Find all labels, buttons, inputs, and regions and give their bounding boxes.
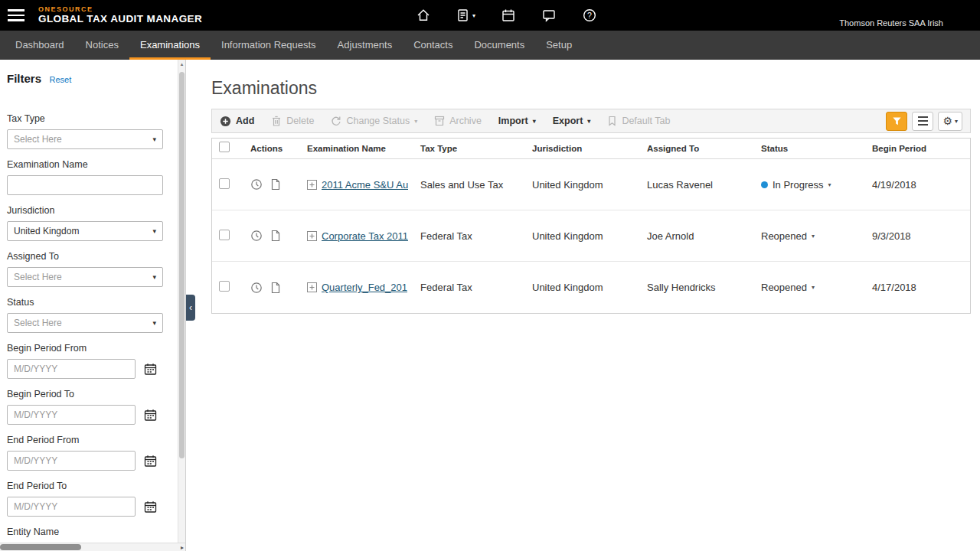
scroll-right-arrow-icon[interactable]: ▸ [181,543,184,551]
status-dropdown[interactable]: Reopened ▾ [755,230,866,242]
sidebar-collapse-handle[interactable]: ‹ [186,295,195,321]
chevron-down-icon: ▾ [152,135,156,143]
row-checkbox[interactable] [219,230,230,240]
settings-button[interactable]: ⚙ ▾ [938,112,962,131]
export-button[interactable]: Export ▾ [553,116,591,126]
chevron-down-icon: ▾ [152,273,156,281]
filters-title: Filters [7,72,41,85]
expand-row-icon[interactable] [307,231,317,241]
user-account-label[interactable]: Thomson Reuters SAA Irish [839,18,943,28]
top-bar: ONESOURCE GLOBAL TAX AUDIT MANAGER ▾ ? T… [0,0,980,31]
nav-item-dashboard[interactable]: Dashboard [5,31,75,60]
toolbar: Add Delete Change Status ▾ Archive Impor… [211,109,971,133]
expand-row-icon[interactable] [307,282,317,292]
expand-row-icon[interactable] [307,180,317,190]
nav-item-notices[interactable]: Notices [75,31,129,60]
examination-link[interactable]: Quarterly_Fed_201 [322,282,407,293]
column-header-jurisdiction[interactable]: Jurisdiction [526,144,641,153]
scroll-up-arrow-icon[interactable]: ▴ [178,60,185,69]
filter-label-assigned-to: Assigned To [7,251,170,262]
column-header-actions[interactable]: Actions [244,144,301,153]
default-tab-button[interactable]: Default Tab [607,116,670,126]
add-button[interactable]: Add [220,116,254,127]
calendar-icon[interactable] [142,406,158,423]
refresh-icon [331,116,341,126]
examination-name-input[interactable] [7,175,163,195]
table-row: Corporate Tax 2011 Federal Tax United Ki… [212,210,970,262]
nav-item-contacts[interactable]: Contacts [403,31,463,60]
chat-icon[interactable] [541,8,557,23]
history-icon[interactable] [250,178,263,191]
begin-period-from-input[interactable] [7,359,136,379]
column-header-examination-name[interactable]: Examination Name [301,144,414,153]
row-checkbox[interactable] [219,281,230,292]
nav-item-examinations[interactable]: Examinations [129,31,211,60]
examination-link[interactable]: 2011 Acme S&U Au [322,179,408,191]
assigned-to-cell: Lucas Ravenel [641,179,755,191]
column-header-tax-type[interactable]: Tax Type [414,144,526,153]
filter-label-begin-period-from: Begin Period From [7,343,170,354]
document-icon[interactable] [270,282,281,294]
history-icon[interactable] [250,230,263,242]
scrollbar-thumb[interactable] [179,72,185,458]
nav-item-documents[interactable]: Documents [463,31,535,60]
gear-icon: ⚙ [942,116,952,126]
end-period-from-input[interactable] [7,451,136,471]
filter-jurisdiction: Jurisdiction United Kingdom ▾ [7,205,170,241]
filter-tax-type: Tax Type Select Here ▾ [7,113,170,149]
begin-period-cell: 4/17/2018 [866,282,970,293]
change-status-button[interactable]: Change Status ▾ [331,116,417,126]
help-icon[interactable]: ? [582,8,597,23]
calendar-icon[interactable] [142,452,158,469]
import-button[interactable]: Import ▾ [498,116,536,126]
status-dropdown[interactable]: Reopened ▾ [755,282,866,293]
begin-period-cell: 4/19/2018 [866,179,970,191]
calendar-icon[interactable] [142,498,158,515]
nav-item-information-requests[interactable]: Information Requests [211,31,327,60]
jurisdiction-cell: United Kingdom [526,179,641,191]
filter-entity-name: Entity Name [7,527,170,538]
status-dot [761,181,768,188]
select-all-checkbox[interactable] [219,142,230,152]
nav-item-adjustments[interactable]: Adjustments [327,31,403,60]
filter-examination-name: Examination Name [7,159,170,195]
form-dropdown-icon[interactable]: ▾ [456,8,475,23]
tax-type-select[interactable]: Select Here ▾ [7,129,163,149]
status-select[interactable]: Select Here ▾ [7,313,163,333]
sidebar-vertical-scrollbar[interactable]: ▴ [178,60,185,543]
nav-item-setup[interactable]: Setup [535,31,583,60]
sidebar-horizontal-scrollbar[interactable]: ▸ [0,543,185,551]
column-header-status[interactable]: Status [755,144,866,153]
tax-type-cell: Sales and Use Tax [414,179,526,191]
status-label: Reopened [761,230,807,242]
menu-icon[interactable] [0,0,32,31]
begin-period-to-input[interactable] [7,405,136,425]
calendar-icon[interactable] [142,360,158,377]
scrollbar-thumb[interactable] [0,544,81,550]
filter-label-end-period-to: End Period To [7,481,170,492]
filters-sidebar: Filters Reset Tax Type Select Here ▾ Exa… [0,60,186,551]
end-period-to-input[interactable] [7,497,136,517]
filter-label-status: Status [7,297,170,308]
column-header-assigned-to[interactable]: Assigned To [641,144,755,153]
examination-link[interactable]: Corporate Tax 2011 [322,230,408,242]
calendar-icon[interactable] [501,8,516,23]
filter-label-tax-type: Tax Type [7,113,170,125]
delete-button[interactable]: Delete [271,116,314,127]
history-icon[interactable] [250,282,263,294]
assigned-to-select[interactable]: Select Here ▾ [7,267,163,287]
filter-label-end-period-from: End Period From [7,435,170,446]
row-checkbox[interactable] [219,178,230,189]
column-header-begin-period[interactable]: Begin Period [866,144,970,153]
filter-button[interactable] [886,112,907,131]
document-icon[interactable] [270,230,281,242]
jurisdiction-select[interactable]: United Kingdom ▾ [7,221,163,241]
archive-button[interactable]: Archive [434,116,482,126]
home-icon[interactable] [416,8,431,23]
list-view-button[interactable] [912,112,933,131]
filters-reset-link[interactable]: Reset [49,75,71,84]
filter-end-period-from: End Period From [7,435,170,471]
document-icon[interactable] [270,178,281,191]
status-dropdown[interactable]: In Progress ▾ [755,179,866,191]
chevron-down-icon: ▾ [587,118,590,125]
